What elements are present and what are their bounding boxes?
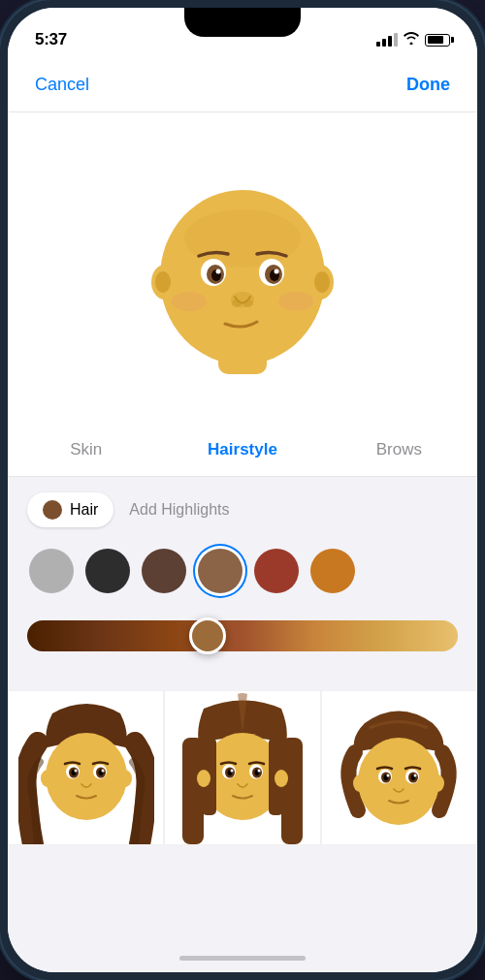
svg-rect-31 bbox=[182, 738, 204, 844]
swatch-orange[interactable] bbox=[310, 549, 355, 593]
svg-point-30 bbox=[118, 770, 132, 787]
svg-point-29 bbox=[41, 770, 54, 787]
svg-point-4 bbox=[155, 271, 171, 293]
color-swatches bbox=[27, 545, 458, 597]
svg-rect-32 bbox=[281, 738, 303, 844]
phone-frame: 5:37 bbox=[0, 0, 485, 980]
svg-point-27 bbox=[74, 770, 77, 773]
add-highlights-label[interactable]: Add Highlights bbox=[129, 501, 229, 519]
tabs-bar: Skin Hairstyle Brows bbox=[8, 423, 477, 477]
svg-point-14 bbox=[275, 269, 279, 274]
nav-bar: Cancel Done bbox=[8, 58, 477, 112]
svg-point-47 bbox=[353, 775, 367, 792]
svg-point-13 bbox=[216, 269, 221, 274]
hairstyle-grid bbox=[8, 690, 477, 845]
color-slider-thumb[interactable] bbox=[189, 617, 226, 654]
swatch-dark[interactable] bbox=[85, 549, 130, 593]
svg-point-48 bbox=[431, 775, 444, 792]
svg-point-5 bbox=[314, 271, 330, 293]
svg-point-6 bbox=[184, 209, 301, 268]
home-indicator bbox=[179, 956, 306, 961]
status-icons bbox=[376, 32, 450, 47]
swatch-gray[interactable] bbox=[29, 549, 74, 593]
tab-hairstyle[interactable]: Hairstyle bbox=[164, 430, 320, 469]
hairstyle-item-1[interactable] bbox=[8, 690, 164, 845]
battery-icon bbox=[425, 34, 450, 47]
status-time: 5:37 bbox=[35, 30, 67, 49]
swatch-brown-mid[interactable] bbox=[198, 549, 242, 593]
signal-icon bbox=[376, 33, 398, 47]
tab-brows[interactable]: Brows bbox=[321, 430, 477, 469]
notch bbox=[184, 8, 301, 37]
color-slider-track bbox=[27, 620, 458, 651]
svg-point-46 bbox=[358, 738, 439, 825]
svg-point-20 bbox=[46, 733, 127, 820]
cancel-button[interactable]: Cancel bbox=[35, 75, 89, 95]
svg-point-56 bbox=[414, 775, 417, 777]
svg-point-55 bbox=[387, 775, 390, 777]
svg-point-45 bbox=[275, 770, 288, 787]
svg-rect-1 bbox=[218, 345, 267, 374]
hair-toggle-button[interactable]: Hair bbox=[27, 492, 113, 527]
hair-toggle-row: Hair Add Highlights bbox=[27, 492, 458, 527]
svg-point-44 bbox=[197, 770, 210, 787]
svg-point-17 bbox=[243, 300, 253, 307]
svg-point-42 bbox=[230, 770, 233, 773]
tab-skin[interactable]: Skin bbox=[8, 430, 164, 469]
hair-label: Hair bbox=[70, 501, 98, 519]
status-bar: 5:37 bbox=[8, 8, 477, 58]
hairstyle-item-2[interactable] bbox=[164, 690, 320, 845]
color-slider[interactable] bbox=[27, 615, 458, 657]
wifi-icon bbox=[404, 32, 419, 47]
phone-screen: 5:37 bbox=[8, 8, 477, 972]
svg-point-43 bbox=[257, 770, 260, 773]
svg-point-16 bbox=[232, 300, 242, 307]
swatch-red-brown[interactable] bbox=[254, 549, 299, 593]
swatch-brown-dark[interactable] bbox=[142, 549, 186, 593]
color-panel: Hair Add Highlights bbox=[8, 477, 477, 690]
svg-point-28 bbox=[101, 770, 104, 773]
bottom-section: Hair Add Highlights bbox=[8, 477, 477, 972]
svg-point-19 bbox=[278, 292, 313, 311]
svg-point-18 bbox=[172, 292, 207, 311]
hair-color-dot bbox=[43, 500, 62, 520]
avatar-preview bbox=[8, 112, 477, 423]
memoji-face bbox=[136, 166, 349, 379]
done-button[interactable]: Done bbox=[406, 75, 450, 95]
hairstyle-item-3[interactable] bbox=[321, 690, 477, 845]
